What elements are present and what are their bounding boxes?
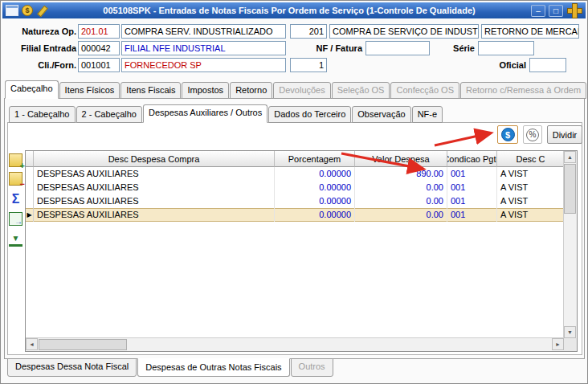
despesas-grid: Desc Despesa Compra Porcentagem Valor De… xyxy=(25,150,578,352)
table-row: DESPESAS AUXILIARES 0.00000 890.00 001 A… xyxy=(26,167,577,181)
cli-forn-desc-field[interactable]: FORNECEDOR SP xyxy=(121,58,286,72)
last-record-icon[interactable]: ▼ xyxy=(9,233,22,247)
bottomtab-despesas-dessa-nf[interactable]: Despesas Dessa Nota Fiscal xyxy=(7,358,137,377)
scroll-left-icon[interactable]: ◄ xyxy=(26,338,38,350)
money-icon: $ xyxy=(22,5,33,16)
serie-field[interactable] xyxy=(478,41,534,55)
scroll-right-icon[interactable]: ► xyxy=(552,338,564,350)
bottomtab-despesas-outras-nf[interactable]: Despesas de Outras Notas Fiscais xyxy=(137,358,289,377)
natureza-op-label: Natureza Op. xyxy=(6,24,76,39)
oficial-label: Oficial xyxy=(484,58,526,72)
tab-devolucoes: Devoluções xyxy=(273,82,330,99)
bottomtab-outros: Outros xyxy=(291,358,333,377)
minimize-button[interactable]: – xyxy=(531,5,545,17)
cell-valor-despesa[interactable]: 0.00 xyxy=(355,181,447,194)
cell-porcentagem[interactable]: 0.00000 xyxy=(275,194,355,208)
sum-icon[interactable]: Σ xyxy=(9,192,22,206)
cli-forn-label: Cli./Forn. xyxy=(6,58,76,72)
table-row: DESPESAS AUXILIARES 0.00000 0.00 001 A V… xyxy=(26,181,577,194)
row-selector[interactable] xyxy=(26,167,34,181)
row-pointer-icon[interactable]: ▶ xyxy=(26,208,34,222)
cell-desc-despesa[interactable]: DESPESAS AUXILIARES xyxy=(34,181,275,194)
tab-retorno[interactable]: Retorno xyxy=(230,82,272,99)
title-bar[interactable]: $ 005108SPK - Entradas de Notas Fiscais … xyxy=(2,2,586,18)
row-selector[interactable] xyxy=(26,181,34,194)
wrench-icon xyxy=(36,5,47,16)
col-header-porcentagem[interactable]: Porcentagem xyxy=(275,151,355,167)
cell-valor-despesa[interactable]: 0.00 xyxy=(355,194,447,208)
cell-valor-despesa[interactable]: 0.00 xyxy=(355,208,447,222)
cli-forn-qty-field[interactable]: 1 xyxy=(290,58,327,72)
delete-row-icon[interactable]: − xyxy=(9,172,22,186)
cell-desc-cond[interactable]: A VIST xyxy=(497,181,564,194)
subtab-despesas-auxiliares[interactable]: Despesas Auxiliares / Outros xyxy=(143,104,267,123)
scroll-down-icon[interactable]: ▼ xyxy=(564,326,576,338)
nf-fatura-field[interactable] xyxy=(365,41,430,55)
scroll-up-icon[interactable]: ▲ xyxy=(564,151,576,163)
cell-desc-cond[interactable]: A VIST xyxy=(497,194,564,208)
tab-itens-fisicos[interactable]: Itens Físicos xyxy=(59,82,120,99)
oficial-field[interactable] xyxy=(529,58,566,72)
table-row: DESPESAS AUXILIARES 0.00000 0.00 001 A V… xyxy=(26,194,577,208)
tab-impostos[interactable]: Impostos xyxy=(182,82,229,99)
grid-header-gutter xyxy=(26,151,34,167)
natureza-op-desc-field[interactable]: COMPRA SERV. INDUSTRIALIZADO xyxy=(121,24,286,39)
cell-desc-despesa[interactable]: DESPESAS AUXILIARES xyxy=(34,208,275,222)
natureza-op-desc3-field[interactable]: RETORNO DE MERCAD xyxy=(481,24,579,39)
cli-forn-code-field[interactable]: 001001 xyxy=(78,58,120,72)
col-header-desc-cond[interactable]: Desc C xyxy=(497,151,564,167)
maximize-button[interactable]: □ xyxy=(549,5,563,17)
row-selector[interactable] xyxy=(26,194,34,208)
subtab-2-cabecalho[interactable]: 2 - Cabeçalho xyxy=(76,106,143,123)
col-header-desc-despesa[interactable]: Desc Despesa Compra xyxy=(34,151,275,167)
natureza-op-code-field[interactable]: 201.01 xyxy=(78,24,120,39)
serie-label: Série xyxy=(444,41,475,55)
plus-icon[interactable] xyxy=(566,3,582,18)
cell-desc-cond[interactable]: A VIST xyxy=(497,208,564,222)
filial-desc-field[interactable]: FILIAL NFE INDUSTRIAL xyxy=(121,41,286,55)
grid-header-row: Desc Despesa Compra Porcentagem Valor De… xyxy=(26,151,577,167)
cell-valor-despesa[interactable]: 890.00 xyxy=(355,167,447,181)
cell-porcentagem[interactable]: 0.00000 xyxy=(275,167,355,181)
cell-condicao-pgto[interactable]: 001 xyxy=(447,167,497,181)
cell-desc-cond[interactable]: A VIST xyxy=(497,167,564,181)
add-row-icon[interactable]: + xyxy=(9,153,22,167)
cell-condicao-pgto[interactable]: 001 xyxy=(447,181,497,194)
table-row-selected: ▶ DESPESAS AUXILIARES 0.00000 0.00 001 A… xyxy=(26,208,577,222)
subtab-1-cabecalho[interactable]: 1 - Cabeçalho xyxy=(9,106,76,123)
horizontal-scrollbar[interactable]: ◄ ► xyxy=(26,337,564,351)
cell-porcentagem[interactable]: 0.00000 xyxy=(275,181,355,194)
subtab-nfe[interactable]: NF-e xyxy=(412,106,443,123)
filial-entrada-label: Filial Entrada xyxy=(6,41,76,55)
rateio-percentual-button[interactable]: % xyxy=(523,125,542,144)
vertical-scroll-thumb[interactable] xyxy=(564,164,576,214)
cell-condicao-pgto[interactable]: 001 xyxy=(447,194,497,208)
subtab-observacao[interactable]: Observação xyxy=(352,106,410,123)
tab-itens-fiscais[interactable]: Itens Fiscais xyxy=(120,82,181,99)
natureza-op-desc2-field[interactable]: COMPRA DE SERVIÇO DE INDUSTRIAL xyxy=(329,24,479,39)
horizontal-scroll-thumb[interactable] xyxy=(39,339,127,350)
cell-porcentagem[interactable]: 0.00000 xyxy=(275,208,355,222)
export-icon[interactable]: → xyxy=(9,212,22,226)
vertical-scrollbar[interactable]: ▲ ▼ xyxy=(563,151,577,338)
filial-code-field[interactable]: 000042 xyxy=(78,41,120,55)
sub-tab-bar: 1 - Cabeçalho 2 - Cabeçalho Despesas Aux… xyxy=(9,104,443,123)
rateio-valor-button[interactable]: $ xyxy=(497,125,518,144)
percent-icon: % xyxy=(526,129,539,141)
col-header-condicao-pgto[interactable]: Condicao Pgto xyxy=(447,151,497,167)
tab-retorno-remessa-ordem: Retorno c/Remessa à Ordem xyxy=(460,82,586,99)
dividir-button[interactable]: Dividir xyxy=(547,125,582,144)
cell-desc-despesa[interactable]: DESPESAS AUXILIARES xyxy=(34,167,275,181)
window-title: 005108SPK - Entradas de Notas Fiscais Po… xyxy=(51,6,528,15)
main-tab-bar: Cabeçalho Itens Físicos Itens Fiscais Im… xyxy=(5,81,586,99)
subtab-dados-terceiro[interactable]: Dados do Terceiro xyxy=(268,106,351,123)
dollar-icon: $ xyxy=(501,128,515,141)
cell-desc-despesa[interactable]: DESPESAS AUXILIARES xyxy=(34,194,275,208)
bottom-tab-bar: Despesas Dessa Nota Fiscal Despesas de O… xyxy=(7,358,333,377)
cell-condicao-pgto[interactable]: 001 xyxy=(447,208,497,222)
tab-cabecalho[interactable]: Cabeçalho xyxy=(5,80,59,99)
natureza-op-code2-field[interactable]: 201 xyxy=(290,24,327,39)
nf-fatura-label: NF / Fatura xyxy=(311,41,362,55)
col-header-valor-despesa[interactable]: Valor Despesa xyxy=(355,151,447,167)
app-window: $ 005108SPK - Entradas de Notas Fiscais … xyxy=(0,0,588,384)
